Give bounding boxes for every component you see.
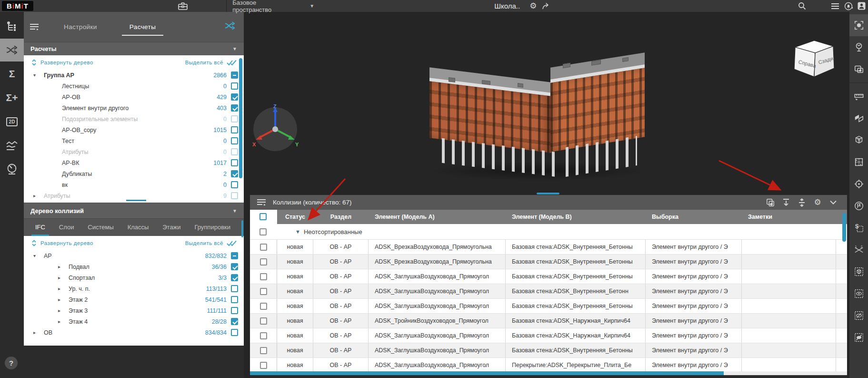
tree-row-checkbox[interactable] <box>231 159 238 166</box>
export-icon[interactable] <box>795 196 808 209</box>
tree-row-checkbox[interactable] <box>231 115 238 123</box>
nav-cube[interactable]: Справа Сзади <box>791 32 839 80</box>
tree-row[interactable]: вк 0 <box>24 179 244 190</box>
calculations-sigma-icon[interactable]: Σ <box>0 62 24 85</box>
ghost-selection-icon[interactable] <box>849 327 868 348</box>
share-icon[interactable] <box>540 0 553 12</box>
plan-view-icon[interactable] <box>849 151 868 173</box>
calc-tree-hscroll-thumb[interactable] <box>126 200 146 201</box>
tree-row[interactable]: Дубликаты 2 <box>24 168 244 179</box>
tree-caret-icon[interactable]: ▸ <box>58 264 65 269</box>
scene-tree-icon[interactable] <box>849 36 868 58</box>
tree-row[interactable]: ▸ Этаж 2 541/541 <box>24 294 244 305</box>
expand-collapse-icon[interactable] <box>31 59 37 66</box>
tree-row[interactable]: ▸ Спортзал 3/3 <box>24 272 244 283</box>
panel-shuffle-icon[interactable] <box>224 20 236 31</box>
tree-row-checkbox[interactable] <box>231 93 238 101</box>
viewport-copy-icon[interactable] <box>849 58 868 80</box>
tree-row[interactable]: Атрибуты 0 <box>24 146 244 157</box>
list-menu-icon[interactable] <box>829 0 842 12</box>
tree-row-checkbox[interactable] <box>231 126 238 133</box>
collisions-shuffle-icon[interactable] <box>0 39 24 61</box>
tree-row[interactable]: Тест 0 <box>24 135 244 146</box>
tree-row[interactable]: ▾ АР 832/832 <box>24 250 244 261</box>
search-icon[interactable] <box>796 0 808 12</box>
isolate-selection-icon[interactable] <box>849 261 868 283</box>
tree-row[interactable]: ▸ Этаж 4 28/28 <box>24 316 244 327</box>
tree-row[interactable]: ▸ Подвал 36/36 <box>24 261 244 272</box>
compare-models-icon[interactable]: 12 <box>849 239 868 261</box>
dashboard-gauge-icon[interactable] <box>0 158 24 181</box>
column-header[interactable]: Раздел <box>313 210 369 224</box>
calc-collapse-caret-icon[interactable]: ▼ <box>232 46 237 51</box>
expand-tree-link[interactable]: Развернуть дерево <box>40 240 93 246</box>
select-focus-icon[interactable] <box>849 14 868 36</box>
tree-row[interactable]: ▾ Группа АР 2866 <box>24 70 244 81</box>
tree-row[interactable]: АР-ОВ 429 <box>24 92 244 102</box>
show-selection-eye-icon[interactable] <box>849 283 868 305</box>
expand-collapse-icon[interactable] <box>31 240 37 246</box>
tree-row-checkbox[interactable] <box>231 307 238 314</box>
section-box-icon[interactable] <box>849 129 868 151</box>
tree-row[interactable]: Элемент внутри другого 403 <box>24 102 244 113</box>
row-checkbox[interactable] <box>260 347 267 354</box>
collision-tree-tab[interactable]: Группировки <box>190 224 234 236</box>
select-all-link[interactable]: Выделить всё <box>185 60 223 65</box>
collision-group-row[interactable]: ▼ Неотсортированные <box>250 224 847 240</box>
select-all-link[interactable]: Выделить всё <box>185 240 223 246</box>
collision-row[interactable]: новая ОВ - АР ADSK_ЗаглушкаВоздуховода_П… <box>250 269 847 284</box>
tree-row-checkbox[interactable] <box>231 296 238 303</box>
tree-row-checkbox[interactable] <box>231 170 238 177</box>
tree-caret-icon[interactable]: ▸ <box>33 330 40 335</box>
table-horizontal-scrollbar[interactable] <box>250 371 847 375</box>
tree-row-checkbox[interactable] <box>231 192 238 199</box>
tree-row[interactable]: ▸ ОВ 834/834 <box>24 327 244 338</box>
collision-tree-tab[interactable]: Слои <box>55 224 78 236</box>
tree-caret-icon[interactable]: ▸ <box>58 275 65 280</box>
collision-tree-collapse-caret-icon[interactable]: ▼ <box>232 208 237 214</box>
measure-ruler-icon[interactable] <box>849 85 868 107</box>
group-caret-icon[interactable]: ▼ <box>295 229 300 235</box>
table-drag-handle[interactable] <box>537 193 559 194</box>
row-checkbox[interactable] <box>260 332 267 339</box>
collision-tree-tab[interactable]: Системы <box>84 224 117 236</box>
collision-row[interactable]: новая ОВ - АР ADSK_ЗаглушкаВоздуховода_П… <box>250 358 847 371</box>
column-header[interactable]: Заметки <box>742 210 836 224</box>
tree-row-checkbox[interactable] <box>231 252 238 259</box>
table-hscroll-thumb[interactable] <box>250 371 724 375</box>
tree-row[interactable]: ▸ Этаж 3 111/111 <box>24 305 244 316</box>
collision-tree-tab[interactable]: IFC <box>31 224 49 236</box>
tree-row-checkbox[interactable] <box>231 82 238 90</box>
tree-caret-icon[interactable]: ▾ <box>33 72 40 78</box>
hide-selection-eye-slash-icon[interactable] <box>849 305 868 327</box>
tree-caret-icon[interactable]: ▸ <box>58 319 65 324</box>
help-button[interactable]: ? <box>5 357 18 369</box>
tree-row[interactable]: АР-ОВ_copy 1015 <box>24 124 244 135</box>
row-checkbox[interactable] <box>260 362 267 369</box>
collision-row[interactable]: новая ОВ - АР ADSK_ВрезкаВоздуховода_Пря… <box>250 240 847 255</box>
charts-icon[interactable] <box>0 134 24 157</box>
copy-collisions-icon[interactable] <box>764 196 777 209</box>
panel-menu-icon[interactable] <box>30 23 39 31</box>
collision-row[interactable]: новая ОВ - АР ADSK_ЗаглушкаВоздуховода_П… <box>250 299 847 314</box>
collision-row[interactable]: новая ОВ - АР ADSK_ТройникВоздуховодов_П… <box>250 314 847 328</box>
tree-row-checkbox[interactable] <box>231 274 238 281</box>
column-header[interactable]: Элемент (Модель B) <box>506 210 646 224</box>
column-header[interactable]: Элемент (Модель А) <box>369 210 506 224</box>
user-account-icon[interactable] <box>855 0 868 12</box>
tree-caret-icon[interactable]: ▸ <box>33 193 40 198</box>
tab-calculations[interactable]: Расчеты <box>122 23 163 36</box>
axis-gizmo[interactable]: X Y Z <box>248 102 303 158</box>
tree-row-checkbox[interactable] <box>231 318 238 325</box>
tree-row-checkbox[interactable] <box>231 137 238 144</box>
tree-row-checkbox[interactable] <box>231 329 238 336</box>
locate-target-icon[interactable] <box>849 173 868 195</box>
row-checkbox[interactable] <box>260 303 267 310</box>
double-check-icon[interactable] <box>227 240 237 246</box>
collision-tree-tab[interactable]: Классы <box>124 224 153 236</box>
collision-row[interactable]: новая ОВ - АР ADSK_ЗаглушкаВоздуховода_П… <box>250 328 847 343</box>
section-plane-icon[interactable] <box>849 107 868 129</box>
collision-tree-tab[interactable]: Этажи <box>159 224 184 236</box>
project-briefcase-icon[interactable] <box>176 0 189 12</box>
tree-row-checkbox[interactable] <box>231 285 238 292</box>
